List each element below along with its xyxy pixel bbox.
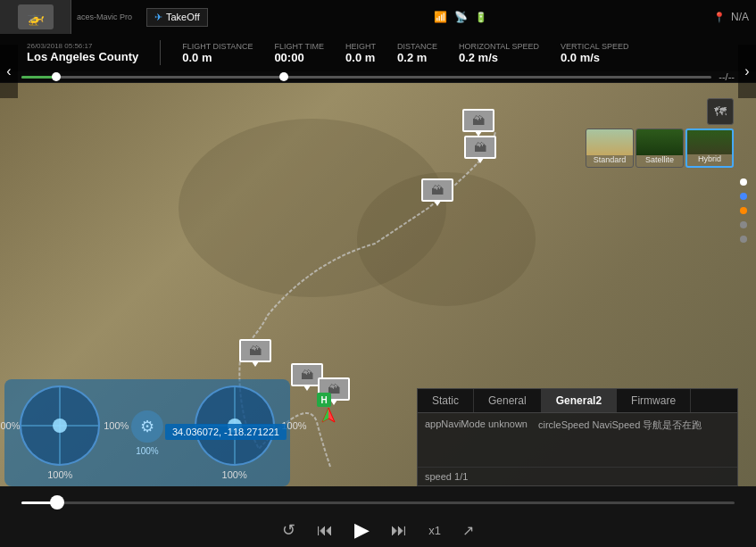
info-panel-footer: speed 1/1 [418, 467, 737, 485]
dot-4 [740, 221, 747, 228]
v-speed-value: 0.0 m/s [561, 51, 629, 64]
right-joystick-label: 100% [222, 469, 247, 480]
tab-firmware[interactable]: Firmware [617, 389, 691, 412]
panel-row-1-right: circleSpeed NaviSpeed 导航是否在跑 [538, 419, 702, 432]
map-type-standard[interactable]: Standard [586, 128, 634, 168]
tab-static[interactable]: Static [418, 389, 474, 412]
playback-slider[interactable] [21, 501, 735, 504]
location-value: Los Angeles County [27, 50, 138, 63]
signal-icon: 📶 [434, 11, 447, 23]
height-section: Height 0.0 m [345, 42, 376, 64]
right-nav-arrow[interactable]: › [738, 45, 756, 98]
prev-button[interactable]: ⏮ [317, 521, 333, 540]
panel-row-1-left: appNaviMode unknown [425, 419, 528, 432]
left-joystick-dot [53, 419, 67, 433]
dot-1 [740, 178, 747, 186]
date-location-section: 26/03/2018 05:56:17 Los Angeles County [27, 42, 138, 63]
gps-icon: 📍 [713, 12, 726, 23]
left-joystick-left-label: 100% [0, 420, 20, 431]
loop-icon: ↺ [282, 520, 295, 540]
map-type-hybrid[interactable]: Hybrid [685, 128, 734, 168]
drone-thumbnail: 🚁 [0, 0, 71, 34]
info-panel-content: appNaviMode unknown circleSpeed NaviSpee… [418, 413, 737, 467]
playback-thumb[interactable] [50, 495, 64, 510]
progress-bar-container[interactable]: --/-- [0, 71, 756, 82]
info-panel-tabs: Static General General2 Firmware [418, 389, 737, 413]
info-panel: Static General General2 Firmware appNavi… [417, 388, 738, 486]
standard-preview [586, 129, 633, 155]
info-bar: 26/03/2018 05:56:17 Los Angeles County F… [0, 34, 756, 71]
flight-distance-section: Flight Distance 0.0 m [182, 42, 253, 64]
share-button[interactable]: ↗ [462, 522, 474, 539]
next-icon: ⏭ [391, 521, 407, 540]
flight-distance-value: 0.0 m [182, 51, 253, 64]
height-value: 0.0 m [345, 51, 376, 64]
next-button[interactable]: ⏭ [391, 521, 407, 540]
panel-row-1: appNaviMode unknown circleSpeed NaviSpee… [425, 419, 730, 432]
loop-button[interactable]: ↺ [282, 520, 295, 540]
waypoint-thumb-1: 🏔 [462, 109, 494, 132]
progress-track[interactable] [21, 76, 711, 79]
top-bar: 🚁 aces-Mavic Pro ✈ TakeOff 📶 📡 🔋 📍 N/A [0, 0, 756, 34]
tab-general2[interactable]: General2 [542, 389, 617, 412]
home-marker: H [317, 393, 331, 407]
dot-5 [740, 236, 747, 243]
hybrid-preview [687, 130, 732, 154]
left-joystick-wrapper: 100% 100% [20, 385, 100, 466]
prev-icon: ⏮ [317, 521, 333, 540]
left-joystick[interactable] [20, 385, 100, 466]
center-info: 📶 📡 🔋 [208, 11, 713, 23]
takeoff-label: TakeOff [166, 12, 200, 22]
flight-time-value: 00:00 [274, 51, 324, 64]
left-joystick-right-label: 100% [104, 420, 129, 431]
left-joystick-container: 100% 100% 100% [20, 385, 100, 480]
center-control: ⚙ 100% [131, 410, 163, 456]
takeoff-icon: ✈ [154, 12, 162, 23]
flight-distance-label: Flight Distance [182, 42, 253, 51]
v-speed-label: Vertical Speed [561, 42, 629, 51]
control-mode-label: 100% [136, 446, 159, 456]
satellite-preview [636, 129, 683, 155]
map-type-satellite[interactable]: Satellite [636, 128, 684, 168]
map-type-tabs: Standard Satellite Hybrid [586, 128, 734, 168]
tab-general[interactable]: General [474, 389, 542, 412]
satellite-label: Satellite [645, 155, 674, 164]
gps-status: N/A [731, 11, 749, 23]
h-speed-section: Horizontal Speed 0.2 m/s [459, 42, 539, 64]
map-type-selector: 🗺 Standard Satellite Hybrid [586, 98, 734, 168]
date-label: 26/03/2018 05:56:17 [27, 42, 138, 50]
dot-3 [740, 207, 747, 214]
waypoint-thumb-3: 🏔 [421, 178, 453, 202]
playback-controls: ↺ ⏮ ▶ ⏭ x1 ↗ [0, 518, 756, 547]
height-label: Height [345, 42, 376, 51]
flight-time-section: Flight Time 00:00 [274, 42, 324, 64]
drone-marker [320, 406, 337, 424]
play-icon: ▶ [354, 518, 370, 542]
control-mode-icon[interactable]: ⚙ [131, 410, 163, 443]
play-button[interactable]: ▶ [354, 518, 370, 542]
progress-dot-mid [279, 72, 288, 81]
bottom-bar: ↺ ⏮ ▶ ⏭ x1 ↗ [0, 486, 756, 547]
battery-icon: 🔋 [475, 12, 487, 23]
dot-2 [740, 193, 747, 200]
playback-track[interactable] [0, 486, 756, 518]
wifi-icon: 📡 [454, 11, 468, 23]
h-speed-value: 0.2 m/s [459, 51, 539, 64]
flight-time-label: Flight Time [274, 42, 324, 51]
left-nav-arrow[interactable]: ‹ [0, 45, 18, 98]
right-info: 📍 N/A [713, 11, 756, 23]
speed-label: x1 [428, 524, 441, 537]
distance-value: 0.2 m [397, 51, 437, 64]
map-layers-button[interactable]: 🗺 [707, 98, 734, 125]
distance-section: Distance 0.2 m [397, 42, 437, 64]
h-speed-label: Horizontal Speed [459, 42, 539, 51]
waypoint-thumb-4: 🏔 [239, 339, 271, 362]
takeoff-button[interactable]: ✈ TakeOff [146, 8, 208, 27]
right-dots [740, 178, 747, 243]
drone-label: aces-Mavic Pro [77, 12, 143, 21]
hybrid-label: Hybrid [698, 154, 721, 163]
left-joystick-label: 100% [47, 469, 72, 480]
waypoint-thumb-2: 🏔 [464, 136, 496, 159]
distance-label: Distance [397, 42, 437, 51]
drone-image: 🚁 [18, 4, 54, 29]
